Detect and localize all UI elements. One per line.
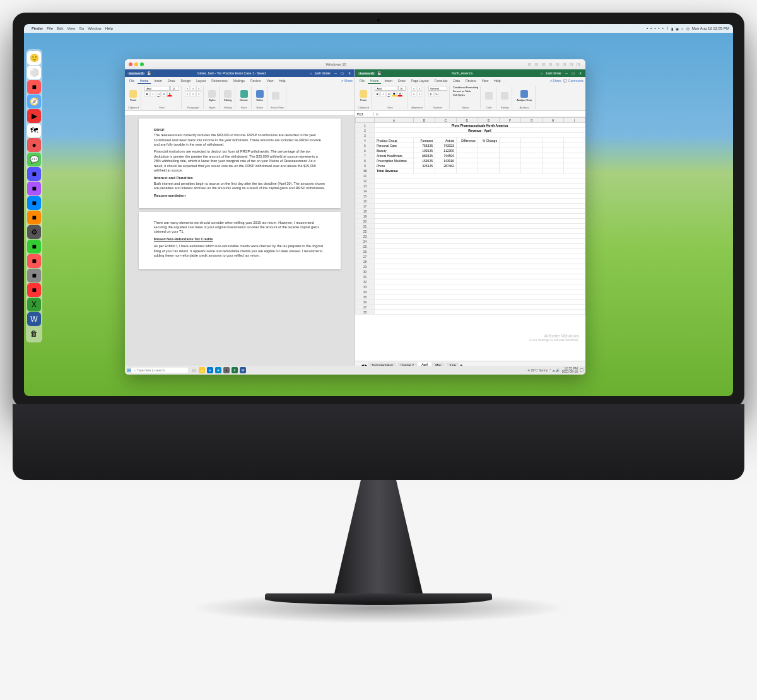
dock-trash[interactable]: 🗑 — [27, 327, 41, 341]
tab-file[interactable]: File — [127, 78, 137, 83]
tab-formulas[interactable]: Formulas — [432, 78, 450, 83]
fx-icon[interactable]: fx — [374, 112, 380, 116]
toolbar-icon[interactable]: ⊡ — [542, 62, 547, 67]
bold-button[interactable]: B — [375, 91, 380, 96]
tab-references[interactable]: References — [209, 78, 230, 83]
align-center-button[interactable]: ≡ — [191, 91, 196, 96]
tab-page-layout[interactable]: Page Layout — [409, 78, 431, 83]
tab-data[interactable]: Data — [451, 78, 463, 83]
ruler[interactable] — [125, 111, 355, 116]
align-button[interactable]: ≡ — [417, 86, 422, 91]
maximize-button[interactable] — [140, 62, 144, 66]
menubar-window[interactable]: Window — [88, 26, 101, 30]
search-icon[interactable]: ⌕ — [310, 71, 312, 75]
search-icon[interactable]: ⌕ — [541, 71, 543, 75]
tab-review[interactable]: Review — [463, 78, 478, 83]
search-icon[interactable]: ⌕ — [681, 26, 684, 30]
document-scroll[interactable]: RRSP The reassessment correctly includes… — [125, 116, 355, 368]
paste-button[interactable]: Paste — [128, 90, 138, 102]
weather-widget[interactable]: ☀ 29°C Sunny — [527, 368, 548, 372]
dock-app[interactable]: ■ — [27, 211, 41, 225]
underline-button[interactable]: U — [156, 91, 161, 96]
menubar-datetime[interactable]: Mon Aug 16 12:55 PM — [692, 26, 729, 30]
currency-button[interactable]: $ — [428, 91, 433, 96]
window-minimize[interactable]: ─ — [333, 71, 338, 75]
editing-button[interactable]: Editing — [223, 90, 233, 102]
align-right-button[interactable]: ≡ — [196, 91, 201, 96]
window-close[interactable]: ✕ — [347, 71, 352, 75]
taskbar-date[interactable]: 2021-08-16 — [561, 370, 578, 373]
task-view-button[interactable]: ▢ — [191, 367, 197, 373]
fill-color-button[interactable]: ⬢ — [392, 91, 397, 96]
status-icon[interactable]: ▪ — [654, 26, 655, 30]
tab-layout[interactable]: Layout — [194, 78, 208, 83]
toolbar-icon[interactable]: ⊡ — [528, 62, 533, 67]
font-color-button[interactable]: A — [167, 91, 172, 96]
styles-button[interactable]: Styles — [207, 90, 217, 102]
format-as-table-button[interactable]: Format as Table — [453, 90, 478, 93]
font-name-select[interactable]: Arial — [144, 86, 170, 91]
excel-user[interactable]: Josh Ginter — [545, 71, 561, 75]
menubar-help[interactable]: Help — [105, 26, 113, 30]
window-restore[interactable]: ▢ — [571, 71, 576, 75]
dock-app[interactable]: ⚪ — [27, 66, 41, 79]
align-button[interactable]: ≡ — [417, 91, 422, 96]
dock-app[interactable]: ■ — [27, 240, 41, 254]
toolbar-icon[interactable]: ⊡ — [535, 62, 540, 67]
status-icon[interactable]: ▪ — [662, 26, 663, 30]
toolbar-icon[interactable]: ⊡ — [563, 62, 568, 67]
tab-draw[interactable]: Draw — [396, 78, 408, 83]
taskbar-app[interactable]: ▪ — [223, 367, 230, 373]
dock-app[interactable]: ■ — [27, 283, 41, 297]
paste-button[interactable]: Paste — [358, 90, 368, 102]
dock-app[interactable]: ▶ — [27, 109, 41, 123]
minimize-button[interactable] — [134, 62, 138, 66]
italic-button[interactable]: I — [380, 91, 385, 96]
share-button[interactable]: ↗ Share — [341, 79, 353, 83]
parallels-titlebar[interactable]: Windows 10 ⊡ ⊡ ⊡ ⊡ ⊡ ⊡ ⊡ ⊡ — [125, 59, 585, 69]
control-center-icon[interactable]: ⌬ — [686, 26, 690, 31]
menubar-edit[interactable]: Edit — [57, 26, 63, 30]
taskbar-excel[interactable]: X — [232, 367, 238, 373]
menubar-file[interactable]: File — [47, 26, 53, 30]
dock-messages[interactable]: 💬 — [27, 153, 41, 166]
tab-review[interactable]: Review — [248, 78, 263, 83]
dock-app[interactable]: ● — [27, 138, 41, 152]
dock-excel[interactable]: X — [27, 298, 41, 312]
cells-button[interactable] — [484, 91, 494, 100]
window-restore[interactable]: ▢ — [340, 71, 345, 75]
wifi-icon[interactable]: ◉ — [676, 26, 679, 31]
document-page[interactable]: RRSP The reassessment correctly includes… — [139, 119, 341, 208]
strike-button[interactable]: S — [161, 91, 167, 96]
taskbar-search[interactable]: ⌕ Type here to search — [131, 368, 188, 373]
save-icon[interactable]: 💾 — [147, 71, 151, 75]
window-minimize[interactable]: ─ — [564, 71, 569, 75]
dock-word[interactable]: W — [27, 312, 41, 326]
tab-home[interactable]: Home — [368, 78, 381, 84]
toolbar-icon[interactable]: ⊡ — [549, 62, 554, 67]
dock-app[interactable]: ■ — [27, 167, 41, 181]
battery-icon[interactable]: ▮ — [671, 26, 673, 31]
tab-view[interactable]: View — [264, 78, 276, 83]
tab-insert[interactable]: Insert — [151, 78, 165, 83]
bluetooth-icon[interactable]: ᛒ — [666, 26, 669, 30]
tab-mailings[interactable]: Mailings — [231, 78, 247, 83]
notifications-button[interactable]: 💬 — [580, 368, 584, 372]
excel-titlebar[interactable]: AutoSave ⏻ 💾 North_America ⌕ Josh Ginter… — [355, 69, 585, 77]
dock-maps[interactable]: 🗺 — [27, 124, 41, 137]
dock-app[interactable]: ■ — [27, 182, 41, 195]
toolbar-icon[interactable]: ⊡ — [570, 62, 575, 67]
status-icon[interactable]: ▪ — [650, 26, 652, 30]
align-left-button[interactable]: ≡ — [185, 91, 190, 96]
autosave-toggle[interactable]: AutoSave ⏻ — [358, 72, 375, 75]
taskbar-app[interactable]: 📁 — [199, 367, 205, 373]
editor-button[interactable]: Editor — [255, 90, 265, 102]
font-color-button[interactable]: A — [397, 91, 402, 96]
bold-button[interactable]: B — [144, 91, 150, 96]
taskbar-edge[interactable]: e — [207, 367, 213, 373]
share-button[interactable]: ↗ Share — [549, 79, 561, 83]
font-size-select[interactable]: 12 — [170, 86, 179, 91]
percent-button[interactable]: % — [434, 91, 439, 96]
system-tray[interactable]: ^ ☁ 🔊 — [549, 368, 560, 372]
document-page[interactable]: There are many elements we should consid… — [139, 212, 341, 270]
